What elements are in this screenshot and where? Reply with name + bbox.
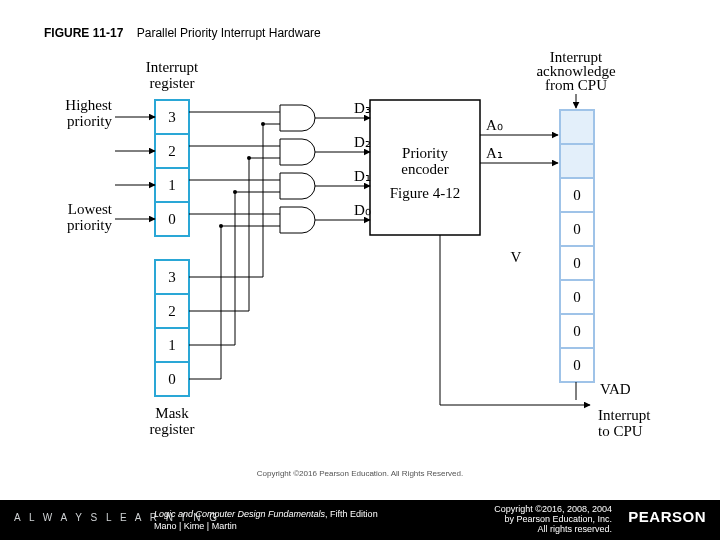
svg-point-17 — [247, 156, 251, 160]
label-d3: D₃ — [354, 100, 371, 116]
mr-cell-1: 1 — [168, 337, 176, 353]
book-title: Logic and Computer Design Fundamentals — [154, 509, 325, 519]
vad-cell-5: 0 — [573, 255, 581, 271]
label-d0: D₀ — [354, 202, 371, 218]
footer-copyright: Copyright ©2016, 2008, 2004 by Pearson E… — [494, 504, 612, 534]
figure-title: FIGURE 11-17 Parallel Priority Interrupt… — [44, 26, 321, 40]
label-d1: D₁ — [354, 168, 371, 184]
vad-cell-8: 0 — [573, 357, 581, 373]
vad-cell-4: 0 — [573, 221, 581, 237]
label-d2: D₂ — [354, 134, 371, 150]
mask-register: 3 2 1 0 — [155, 260, 189, 396]
label-a0: A₀ — [486, 117, 503, 133]
label-ack: Interruptacknowledgefrom CPU — [536, 50, 615, 93]
figure-caption: Parallel Priority Interrupt Hardware — [137, 26, 321, 40]
mr-cell-0: 0 — [168, 371, 176, 387]
book-edition: , Fifth Edition — [325, 509, 378, 519]
label-a1: A₁ — [486, 145, 503, 161]
svg-point-18 — [233, 190, 237, 194]
micro-copyright: Copyright ©2016 Pearson Education. All R… — [0, 469, 720, 478]
page: FIGURE 11-17 Parallel Priority Interrupt… — [0, 0, 720, 540]
svg-point-19 — [219, 224, 223, 228]
vad-cell-7: 0 — [573, 323, 581, 339]
label-encoder-ref: Figure 4-12 — [390, 185, 460, 201]
label-mask-register: Maskregister — [150, 405, 195, 437]
book-authors: Mano | Kime | Martin — [154, 521, 237, 531]
vad-register: 0 0 0 0 0 0 — [560, 110, 594, 382]
svg-rect-28 — [560, 144, 594, 178]
svg-rect-27 — [560, 110, 594, 144]
ir-cell-1: 1 — [168, 177, 176, 193]
label-v: V — [511, 249, 522, 265]
ir-cell-2: 2 — [168, 143, 176, 159]
mr-cell-2: 2 — [168, 303, 176, 319]
label-vad: VAD — [600, 381, 631, 397]
footer: A L W A Y S L E A R N I N G Logic and Co… — [0, 500, 720, 540]
footer-book: Logic and Computer Design Fundamentals, … — [154, 508, 378, 532]
and-gates — [280, 105, 315, 233]
pearson-logo: PEARSON — [628, 508, 706, 525]
diagram: Interruptregister 3 2 1 0 Highestpriorit… — [0, 50, 720, 480]
vad-cell-3: 0 — [573, 187, 581, 203]
ir-cell-3: 3 — [168, 109, 176, 125]
mr-cell-3: 3 — [168, 269, 176, 285]
ir-cell-0: 0 — [168, 211, 176, 227]
label-lowest: Lowestpriority — [67, 201, 113, 233]
svg-point-16 — [261, 122, 265, 126]
figure-number: FIGURE 11-17 — [44, 26, 123, 40]
diagram-svg: Interruptregister 3 2 1 0 Highestpriorit… — [0, 50, 720, 480]
label-encoder: Priorityencoder — [401, 145, 448, 177]
interrupt-register: 3 2 1 0 — [155, 100, 189, 236]
vad-cell-6: 0 — [573, 289, 581, 305]
label-to-cpu: Interruptto CPU — [598, 407, 651, 439]
label-highest: Highestpriority — [65, 97, 112, 129]
label-interrupt-register: Interruptregister — [146, 59, 199, 91]
